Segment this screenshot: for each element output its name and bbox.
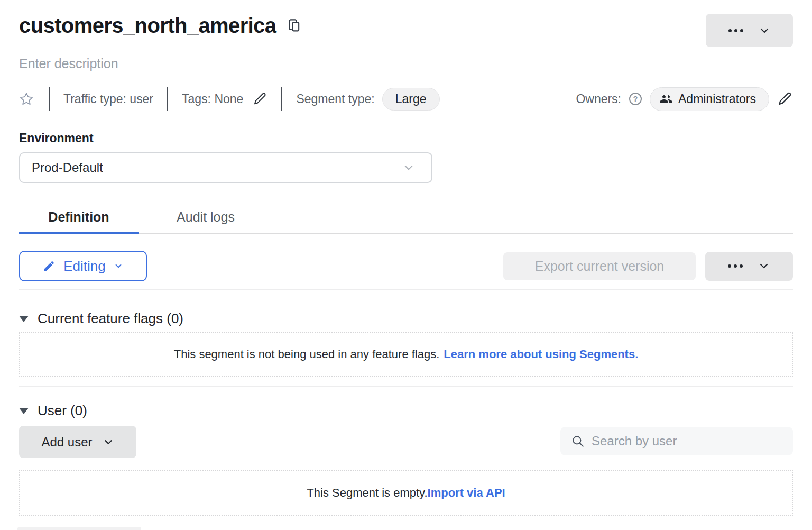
star-icon[interactable] — [19, 91, 35, 107]
editing-label: Editing — [63, 258, 106, 275]
pencil-icon — [43, 260, 56, 272]
owners-label: Owners: — [576, 92, 621, 106]
search-by-user-input[interactable] — [592, 434, 783, 449]
segment-detail-page: customers_north_america Enter descriptio… — [0, 0, 812, 530]
divider — [49, 87, 50, 111]
segment-type-label: Segment type: — [296, 92, 374, 106]
edit-tags-pencil-icon[interactable] — [253, 92, 267, 106]
divider — [281, 87, 282, 111]
ellipsis-icon — [728, 29, 743, 32]
add-user-button[interactable]: Add user — [19, 426, 136, 458]
chevron-down-icon — [758, 260, 770, 272]
header: customers_north_america — [19, 14, 793, 47]
user-search — [560, 427, 793, 455]
environment-label: Environment — [19, 131, 94, 145]
chevron-down-icon — [758, 24, 771, 37]
chevron-down-icon — [114, 261, 123, 271]
user-heading: User (0) — [38, 403, 87, 419]
add-user-label: Add user — [41, 435, 92, 450]
owners-chip[interactable]: Administrators — [650, 87, 769, 111]
tags-label: Tags: None — [182, 92, 243, 106]
caret-down-icon — [19, 316, 29, 322]
traffic-type-label: Traffic type: user — [63, 92, 153, 106]
caret-down-icon — [19, 408, 29, 414]
tab-definition[interactable]: Definition — [19, 202, 139, 233]
user-section-header[interactable]: User (0) — [19, 403, 87, 419]
owners-value: Administrators — [678, 92, 756, 106]
learn-more-link[interactable]: Learn more about using Segments. — [444, 348, 638, 361]
feature-flags-empty-text: This segment is not being used in any fe… — [174, 348, 440, 361]
segment-empty-text: This Segment is empty. — [307, 486, 427, 500]
environment-select[interactable]: Prod-Default — [19, 152, 432, 183]
definition-more-button[interactable] — [705, 252, 793, 281]
divider — [19, 386, 793, 387]
search-icon — [571, 434, 585, 448]
tab-audit-logs[interactable]: Audit logs — [158, 202, 254, 233]
cutoff-element — [17, 527, 141, 530]
chevron-down-icon — [103, 436, 114, 448]
tab-bar: Definition Audit logs — [19, 202, 793, 234]
feature-flags-section-header[interactable]: Current feature flags (0) — [19, 310, 183, 327]
export-current-version-button[interactable]: Export current version — [503, 252, 696, 280]
divider — [167, 87, 168, 111]
divider — [19, 289, 793, 290]
group-icon — [660, 93, 672, 105]
feature-flags-heading: Current feature flags (0) — [38, 310, 183, 327]
help-icon[interactable] — [629, 93, 642, 105]
ellipsis-icon — [728, 264, 743, 268]
chevron-down-icon — [402, 161, 416, 175]
feature-flags-empty-state: This segment is not being used in any fe… — [19, 332, 793, 377]
segment-type-badge: Large — [382, 88, 440, 111]
meta-row: Traffic type: user Tags: None Segment ty… — [19, 86, 793, 112]
header-more-button[interactable] — [706, 14, 793, 47]
editing-dropdown-button[interactable]: Editing — [19, 251, 147, 281]
segment-empty-state: This Segment is empty. Import via API — [19, 470, 793, 516]
edit-owners-pencil-icon[interactable] — [777, 91, 793, 107]
description-placeholder[interactable]: Enter description — [19, 56, 118, 71]
import-via-api-link[interactable]: Import via API — [428, 486, 505, 500]
definition-toolbar: Editing Export current version — [19, 251, 793, 281]
environment-selected-value: Prod-Default — [32, 160, 103, 175]
page-title: customers_north_america — [19, 14, 276, 38]
copy-icon[interactable] — [287, 17, 302, 34]
